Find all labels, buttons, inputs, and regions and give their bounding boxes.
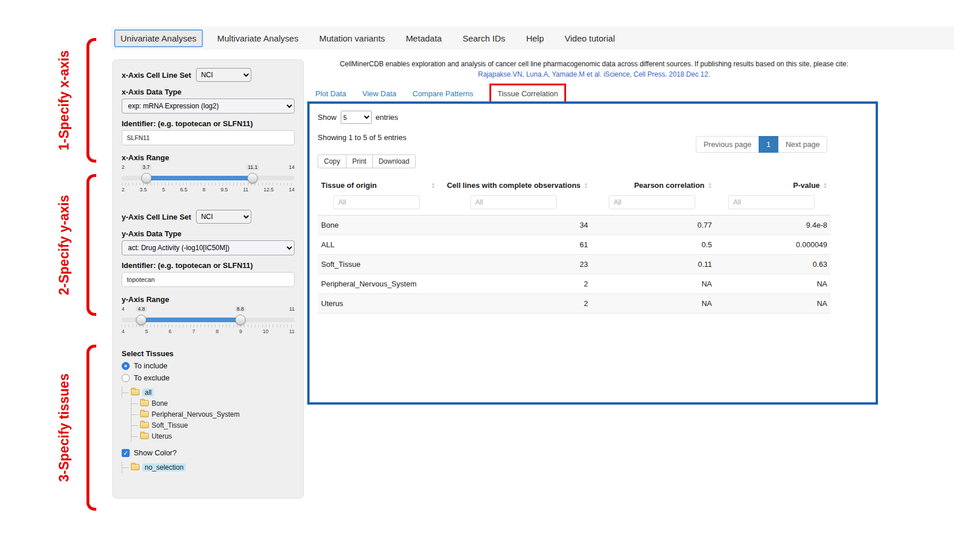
x-range-slider[interactable]: 2 3.7 11.1 14 2 3.5 5 6.5 8 9.5 11 12.5 … [122,164,295,193]
sort-icon: ▲▼ [431,182,435,189]
sort-icon: ▲▼ [584,182,588,189]
column-header-label: Pearson correlation [634,181,704,190]
subtab-tissue-correlation[interactable]: Tissue Correlation [491,85,564,102]
cell-observations: 2 [439,294,591,314]
x-cell-line-set-label: x-Axis Cell Line Set [122,71,191,80]
tab-multivariate-analyses[interactable]: Multivariate Analyses [211,29,305,47]
cell-tissue: Uterus [318,294,439,314]
y-range-slider[interactable]: 4 4.8 8.8 11 4 5 6 7 8 9 10 11 [122,306,295,334]
table-row: Soft_Tissue 23 0.11 0.63 [318,255,831,274]
tick-label: 6.5 [180,187,187,193]
cell-pearson: 0.5 [591,235,715,255]
tissues-exclude-radio[interactable]: To exclude [122,373,295,382]
y-slider-handle-high[interactable] [235,315,246,325]
table-filter-row [318,194,831,216]
table-header-row: Tissue of origin▲▼ Cell lines with compl… [318,176,831,194]
entries-count-select[interactable]: 5 [341,111,372,124]
x-identifier-input[interactable] [122,130,295,145]
tab-help[interactable]: Help [520,29,551,47]
include-radio-label: To include [134,361,168,370]
y-data-type-select[interactable]: act: Drug Activity (-log10[IC50M]) [122,240,295,255]
y-slider-tick-labels: 4 5 6 7 8 9 10 11 [122,329,295,334]
x-slider-track[interactable] [122,176,295,180]
tick-label: 8 [216,329,218,334]
x-cell-line-set-select[interactable]: NCI [196,68,251,82]
x-slider-handle-high[interactable] [247,173,258,183]
copy-button[interactable]: Copy [318,154,346,168]
cell-tissue: Bone [318,216,439,235]
slider-high-label: 8.8 [235,306,246,312]
tab-metadata[interactable]: Metadata [399,29,448,47]
y-slider-ticks [122,324,295,327]
tree-label: no_selection [142,463,186,471]
y-slider-handle-low[interactable] [136,315,146,325]
tree-item-soft-tissue[interactable]: Soft_Tissue [131,420,295,431]
x-slider-handle-low[interactable] [141,173,152,183]
y-slider-selected-range[interactable] [141,318,240,322]
annotation-red-box: Tissue Correlation [489,84,566,104]
cell-observations: 61 [439,235,591,255]
tick-label: 14 [289,187,295,193]
table-row: Bone 34 0.77 9.4e-8 [318,216,831,235]
citation-reference-link[interactable]: Rajapakse.VN, Luna.A, Yamade.M et al. iS… [310,70,878,78]
y-identifier-input[interactable] [122,272,295,287]
tab-mutation-variants[interactable]: Mutation variants [313,29,391,47]
tab-video-tutorial[interactable]: Video tutorial [558,29,621,47]
table-export-buttons: Copy Print Download [318,154,416,168]
cell-tissue: ALL [318,235,439,255]
cell-tissue: Peripheral_Nervous_System [318,274,439,294]
tree-connector [131,431,138,441]
subtab-plot-data[interactable]: Plot Data [315,89,346,98]
column-header-pearson-correlation[interactable]: Pearson correlation▲▼ [591,176,715,194]
annotation-label-x-axis: 1-Specify x-axis [56,38,77,163]
page-number-button[interactable]: 1 [759,136,779,153]
subtab-view-data[interactable]: View Data [362,89,396,98]
table-row: Uterus 2 NA NA [318,294,831,314]
filter-cell-lines-input[interactable] [470,195,557,209]
column-header-p-value[interactable]: P-value▲▼ [715,176,831,194]
slider-high-label: 11.1 [246,164,259,170]
tree-item-all[interactable]: all [122,387,295,398]
column-header-tissue-of-origin[interactable]: Tissue of origin▲▼ [318,176,439,194]
x-slider-tick-labels: 2 3.5 5 6.5 8 9.5 11 12.5 14 [122,187,295,193]
tree-item-peripheral-nervous-system[interactable]: Peripheral_Nervous_System [131,409,295,420]
radio-checked-icon [122,362,130,370]
annotation-bracket-y-axis [86,174,96,316]
column-header-label: Cell lines with complete observations [447,181,581,190]
cell-observations: 23 [439,255,591,274]
cell-observations: 34 [439,216,591,235]
tissues-include-radio[interactable]: To include [122,361,295,370]
next-page-button[interactable]: Next page [778,136,827,153]
tick-label: 6 [169,329,172,334]
tree-item-no-selection[interactable]: no_selection [122,462,295,473]
tree-item-uterus[interactable]: Uterus [131,431,295,441]
subtab-compare-patterns[interactable]: Compare Patterns [413,89,474,98]
folder-icon [140,411,149,417]
folder-icon [140,433,149,439]
filter-pearson-input[interactable] [609,195,695,209]
tissue-correlation-panel: Show 5 entries Showing 1 to 5 of 5 entri… [307,101,878,405]
cell-p-value: NA [715,294,831,314]
tick-label: 8 [202,187,205,193]
y-slider-track[interactable] [122,318,295,322]
tree-label: Peripheral_Nervous_System [152,410,240,418]
filter-tissue-input[interactable] [333,195,420,209]
cell-p-value: 0.63 [715,255,831,274]
entries-label: entries [376,113,398,122]
tab-univariate-analyses[interactable]: Univariate Analyses [114,29,203,47]
analysis-subtabs: Plot Data View Data Compare Patterns Tis… [315,83,566,104]
filter-p-value-input[interactable] [728,195,815,209]
folder-icon [140,422,149,428]
x-data-type-select[interactable]: exp: mRNA Expression (log2) [122,99,295,114]
previous-page-button[interactable]: Previous page [696,136,759,153]
y-cell-line-set-select[interactable]: NCI [196,210,251,224]
tick-label: 3.5 [140,187,147,193]
x-range-label: x-Axis Range [122,153,295,162]
tree-item-bone[interactable]: Bone [131,398,295,409]
x-slider-selected-range[interactable] [146,176,253,180]
download-button[interactable]: Download [372,154,416,168]
tab-search-ids[interactable]: Search IDs [456,29,511,47]
print-button[interactable]: Print [346,154,373,168]
column-header-cell-lines[interactable]: Cell lines with complete observations▲▼ [439,176,591,194]
show-color-checkbox[interactable]: ✓ Show Color? [122,448,295,457]
